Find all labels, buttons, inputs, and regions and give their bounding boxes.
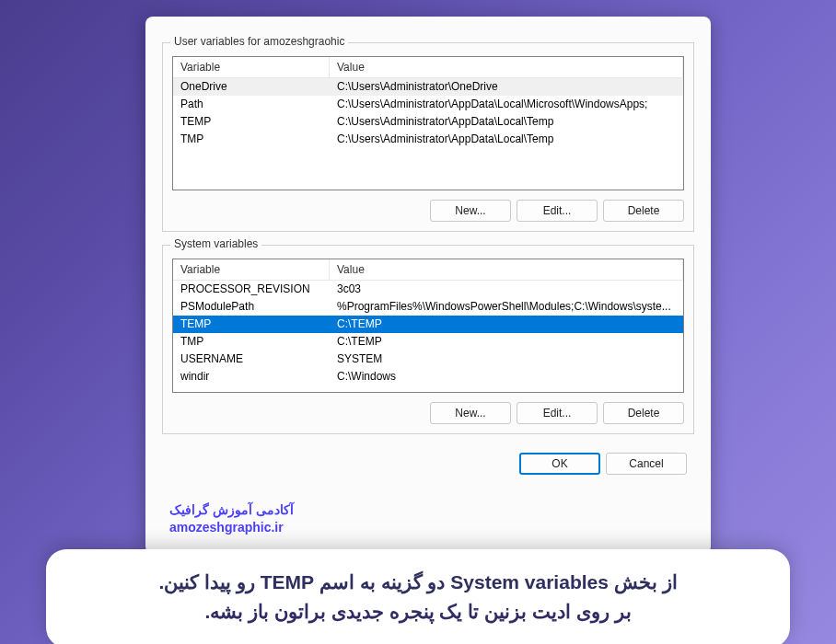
edit-button[interactable]: Edit... — [517, 402, 598, 424]
caption-line-1: از بخش System variables دو گزینه به اسم … — [74, 568, 762, 597]
cell-variable: Path — [173, 96, 330, 113]
user-button-row: New... Edit... Delete — [172, 200, 684, 222]
cell-variable: OneDrive — [173, 78, 330, 96]
cancel-button[interactable]: Cancel — [606, 453, 687, 475]
cell-value: %ProgramFiles%\WindowsPowerShell\Modules… — [330, 298, 683, 316]
user-variables-group: User variables for amozeshgraohic Variab… — [162, 42, 694, 232]
caption-line-2: بر روی ادیت بزنین تا یک پنجره جدیدی برات… — [74, 597, 762, 627]
user-listview-body: OneDrive C:\Users\Administrator\OneDrive… — [173, 78, 683, 148]
watermark: آکادمی آموزش گرافیک amozeshgraphic.ir — [169, 501, 294, 537]
system-variables-title: System variables — [170, 237, 261, 250]
environment-variables-dialog: User variables for amozeshgraohic Variab… — [145, 17, 711, 554]
watermark-url: amozeshgraphic.ir — [169, 519, 294, 537]
cell-value: C:\Users\Administrator\OneDrive — [330, 78, 683, 96]
listview-header: Variable Value — [173, 57, 683, 78]
cell-value: C:\Users\Administrator\AppData\Local\Mic… — [330, 96, 683, 113]
cell-variable: TMP — [173, 131, 330, 148]
cell-value: C:\Windows — [330, 368, 683, 385]
caption-card: از بخش System variables دو گزینه به اسم … — [46, 549, 790, 644]
system-variables-group: System variables Variable Value PROCESSO… — [162, 245, 694, 434]
table-row[interactable]: TEMP C:\Users\Administrator\AppData\Loca… — [173, 113, 683, 131]
user-variables-listview[interactable]: Variable Value OneDrive C:\Users\Adminis… — [172, 56, 684, 190]
cell-variable: TEMP — [173, 316, 330, 333]
cell-variable: TEMP — [173, 113, 330, 131]
new-button[interactable]: New... — [430, 402, 511, 424]
column-header-value[interactable]: Value — [330, 57, 683, 77]
column-header-variable[interactable]: Variable — [173, 57, 330, 77]
dialog-footer: OK Cancel — [157, 447, 700, 475]
delete-button[interactable]: Delete — [603, 200, 684, 222]
watermark-text: آکادمی آموزش گرافیک — [169, 501, 294, 520]
table-row[interactable]: USERNAME SYSTEM — [173, 351, 683, 368]
cell-variable: PROCESSOR_REVISION — [173, 281, 330, 298]
column-header-value[interactable]: Value — [330, 259, 683, 280]
cell-value: C:\Users\Administrator\AppData\Local\Tem… — [330, 131, 683, 148]
delete-button[interactable]: Delete — [603, 402, 684, 424]
table-row[interactable]: TMP C:\TEMP — [173, 333, 683, 351]
cell-variable: TMP — [173, 333, 330, 351]
edit-button[interactable]: Edit... — [517, 200, 598, 222]
cell-variable: PSModulePath — [173, 298, 330, 316]
new-button[interactable]: New... — [430, 200, 511, 222]
listview-header: Variable Value — [173, 259, 683, 281]
system-variables-listview[interactable]: Variable Value PROCESSOR_REVISION 3c03 P… — [172, 259, 684, 393]
cell-variable: windir — [173, 368, 330, 385]
cell-variable: USERNAME — [173, 351, 330, 368]
user-variables-title: User variables for amozeshgraohic — [170, 35, 348, 48]
column-header-variable[interactable]: Variable — [173, 259, 330, 280]
table-row[interactable]: Path C:\Users\Administrator\AppData\Loca… — [173, 96, 683, 113]
table-row[interactable]: PROCESSOR_REVISION 3c03 — [173, 281, 683, 298]
cell-value: C:\TEMP — [330, 316, 683, 333]
cell-value: C:\Users\Administrator\AppData\Local\Tem… — [330, 113, 683, 131]
table-row[interactable]: TEMP C:\TEMP — [173, 316, 683, 333]
table-row[interactable]: TMP C:\Users\Administrator\AppData\Local… — [173, 131, 683, 148]
system-listview-body: PROCESSOR_REVISION 3c03 PSModulePath %Pr… — [173, 281, 683, 385]
table-row[interactable]: windir C:\Windows — [173, 368, 683, 385]
table-row[interactable]: OneDrive C:\Users\Administrator\OneDrive — [173, 78, 683, 96]
table-row[interactable]: PSModulePath %ProgramFiles%\WindowsPower… — [173, 298, 683, 316]
cell-value: SYSTEM — [330, 351, 683, 368]
ok-button[interactable]: OK — [519, 453, 600, 475]
system-button-row: New... Edit... Delete — [172, 402, 684, 424]
cell-value: 3c03 — [330, 281, 683, 298]
cell-value: C:\TEMP — [330, 333, 683, 351]
